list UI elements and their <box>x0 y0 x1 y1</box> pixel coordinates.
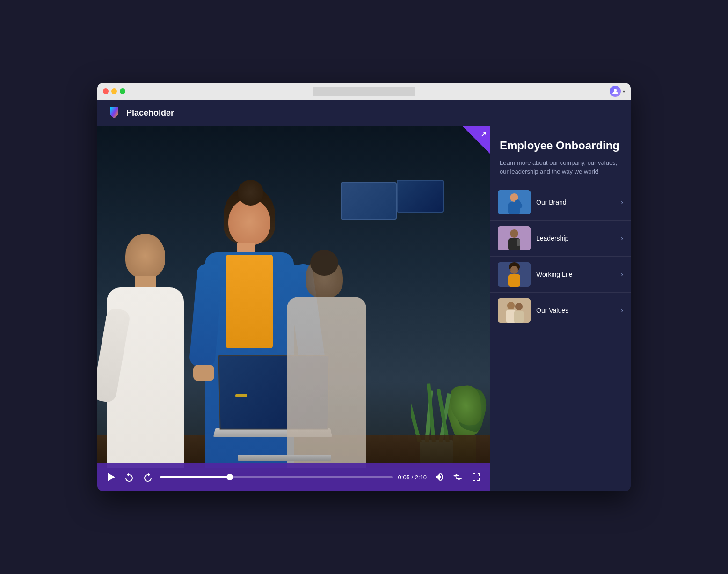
playlist-thumb-our-values <box>498 298 531 323</box>
app-header: Placeholder <box>97 100 631 126</box>
playlist-thumb-leadership <box>498 226 531 250</box>
forward-button[interactable] <box>141 471 154 484</box>
logo: Placeholder <box>107 105 174 120</box>
sidebar-description: Learn more about our company, our values… <box>500 158 621 177</box>
chevron-down-icon: ▾ <box>623 89 625 94</box>
svg-point-16 <box>507 302 515 309</box>
leadership-thumb-image <box>498 226 531 250</box>
progress-thumb <box>226 474 233 480</box>
chevron-right-icon-working-life: › <box>621 270 623 279</box>
video-section[interactable]: ↗ <box>97 126 490 491</box>
minimize-button[interactable] <box>111 88 117 94</box>
volume-icon <box>434 472 444 482</box>
volume-button[interactable] <box>432 471 445 484</box>
playlist-label-brand: Our Brand <box>536 199 615 206</box>
sidebar-title: Employee Onboarding <box>500 139 621 153</box>
svg-point-13 <box>510 266 518 273</box>
settings-button[interactable] <box>451 471 464 484</box>
our-values-thumb-image <box>498 298 531 323</box>
leadership-thumbnail <box>498 226 531 250</box>
play-icon <box>108 473 115 481</box>
fullscreen-icon <box>472 472 481 482</box>
forward-icon <box>143 472 153 482</box>
playlist-item-leadership[interactable]: Leadership › <box>490 220 631 256</box>
playlist-item-our-values[interactable]: Our Values › <box>490 292 631 328</box>
chevron-right-icon-brand: › <box>621 198 623 206</box>
svg-point-18 <box>515 303 523 310</box>
app-window: ▾ Placeholder <box>97 83 631 491</box>
video-controls: 0:05 / 2:10 <box>97 463 490 491</box>
external-link-icon[interactable]: ↗ <box>480 130 487 139</box>
playlist-thumb-brand <box>498 190 531 214</box>
playlist-item-working-life[interactable]: Working Life › <box>490 256 631 292</box>
working-life-thumbnail <box>498 262 531 287</box>
play-button[interactable] <box>105 471 117 483</box>
maximize-button[interactable] <box>120 88 125 94</box>
playlist-item-brand[interactable]: Our Brand › <box>490 184 631 220</box>
playlist-label-our-values: Our Values <box>536 307 615 314</box>
avatar[interactable] <box>610 86 621 97</box>
working-life-thumb-image <box>498 262 531 287</box>
url-bar[interactable] <box>313 87 415 96</box>
svg-point-7 <box>510 229 518 238</box>
main-content: ↗ <box>97 126 631 491</box>
traffic-lights <box>103 88 125 94</box>
time-display: 0:05 / 2:10 <box>398 474 427 481</box>
progress-fill <box>160 476 230 478</box>
user-avatar-area: ▾ <box>610 86 625 97</box>
close-button[interactable] <box>103 88 109 94</box>
chevron-right-icon-leadership: › <box>621 234 623 243</box>
svg-rect-19 <box>514 311 524 323</box>
playlist-label-leadership: Leadership <box>536 235 615 242</box>
sidebar: Employee Onboarding Learn more about our… <box>490 126 631 491</box>
playlist-thumb-working-life <box>498 262 531 287</box>
brand-thumb-image <box>498 190 531 214</box>
video-frame: ↗ <box>97 126 490 491</box>
svg-rect-14 <box>508 274 520 287</box>
title-bar: ▾ <box>97 83 631 100</box>
settings-icon <box>453 472 462 482</box>
svg-rect-9 <box>517 239 520 246</box>
progress-bar[interactable] <box>160 476 393 478</box>
playlist-label-working-life: Working Life <box>536 271 615 278</box>
rewind-icon <box>124 472 134 482</box>
playlist: Our Brand › <box>490 184 631 491</box>
brand-thumbnail <box>498 190 531 214</box>
fullscreen-button[interactable] <box>470 471 483 484</box>
logo-text: Placeholder <box>126 108 174 118</box>
our-values-thumbnail <box>498 298 531 323</box>
logo-icon <box>107 105 122 120</box>
sidebar-header: Employee Onboarding Learn more about our… <box>490 126 631 184</box>
rewind-button[interactable] <box>123 471 136 484</box>
svg-marker-1 <box>110 107 118 118</box>
chevron-right-icon-our-values: › <box>621 306 623 315</box>
